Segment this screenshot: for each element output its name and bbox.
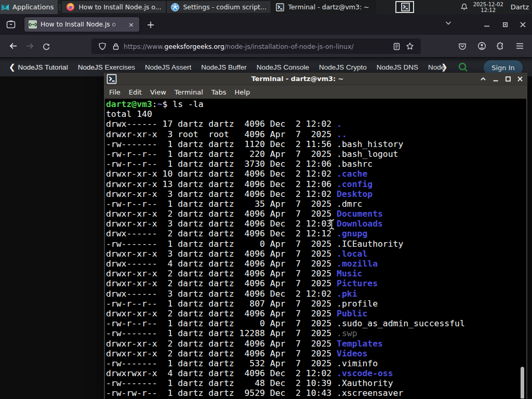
url-path: /node-js/installation-of-node-js-on-linu… [224, 43, 354, 50]
task-button-terminal[interactable]: Terminal - dartz@vm3: ~ [271, 1, 376, 14]
gfg-search-button[interactable] [458, 62, 469, 73]
tab-favicon-gfg [29, 20, 37, 29]
nav-scroll-right-chevron[interactable]: ❯ [441, 62, 448, 72]
url-bar[interactable]: https://www.geeksforgeeks.org/node-js/in… [91, 38, 421, 54]
app-menu-button[interactable] [511, 38, 528, 55]
nav-scroll-left-chevron[interactable]: ❮ [9, 62, 16, 72]
firefox-view-button[interactable] [3, 17, 19, 32]
back-icon [9, 42, 18, 50]
terminal-maximize-button[interactable] [502, 73, 514, 85]
task-button-label: Terminal - dartz@vm3: ~ [288, 3, 371, 11]
tracking-protection-button[interactable] [96, 39, 109, 53]
terminal-window: Terminal - dartz@vm3: ~ FileEditViewTerm… [104, 73, 527, 399]
window-maximize-button[interactable] [496, 14, 514, 35]
firefox-nav-bar: https://www.geeksforgeeks.org/node-js/in… [0, 35, 532, 58]
reader-mode-icon [393, 43, 401, 50]
pager-terminal-mini-icon [401, 3, 410, 11]
terminal-menu-file[interactable]: File [105, 88, 125, 96]
terminal-menu-help[interactable]: Help [231, 88, 255, 96]
tab-close-button[interactable]: × [127, 20, 135, 29]
gfg-nav-item[interactable]: NodeJS Buffer [201, 63, 247, 71]
user-menu[interactable]: Dartz [509, 3, 529, 11]
terminal-output: dartz@vm3:~$ ls -latotal 140drwx------ 1… [106, 99, 526, 398]
terminal-shade-button[interactable] [477, 73, 489, 85]
lock-icon [112, 43, 119, 50]
reload-button[interactable] [38, 38, 55, 55]
terminal-menu-bar: FileEditViewTerminalTabsHelp [105, 85, 526, 99]
panel-right: 2025-12-02 12:12 Dartz [460, 0, 532, 14]
search-icon [458, 62, 469, 73]
reader-mode-button[interactable] [390, 39, 403, 53]
url-text: https://www.geeksforgeeks.org/node-js/in… [124, 43, 390, 50]
close-icon [517, 76, 523, 82]
task-button-firefox[interactable]: How to Install Node.js o... [61, 1, 166, 14]
terminal-close-button[interactable] [514, 73, 526, 85]
window-close-button[interactable] [514, 14, 531, 35]
task-buttons: How to Install Node.js o...Settings - co… [61, 0, 376, 14]
window-minimize-button[interactable] [478, 14, 496, 35]
tasklist-handle[interactable] [58, 0, 61, 14]
terminal-minimize-button[interactable] [489, 73, 501, 85]
back-button[interactable] [5, 38, 21, 55]
gfg-nav-item[interactable]: NodeJS Crypto [319, 63, 367, 71]
account-button[interactable] [473, 38, 490, 55]
reload-icon [42, 42, 50, 50]
url-scheme: https://www. [124, 43, 164, 50]
list-all-tabs-button[interactable] [445, 19, 452, 26]
mouse-ibeam-cursor [328, 219, 335, 230]
task-button-codium[interactable]: Settings - codium script... [166, 1, 271, 14]
terminal-scrollbar-thumb[interactable] [521, 367, 524, 398]
account-icon [477, 42, 486, 50]
maximize-icon [502, 22, 508, 28]
pocket-icon [458, 42, 467, 50]
applications-menu-button[interactable]: Applications [0, 0, 58, 14]
firefox-tab-bar: How to Install Node.js o × + [0, 14, 532, 35]
terminal-icon [107, 74, 117, 84]
minimize-icon [484, 21, 490, 28]
distro-logo-icon [1, 3, 9, 11]
bookmark-star-button[interactable] [403, 39, 417, 53]
firefox-icon [66, 3, 75, 11]
gfg-nav-item[interactable]: NodeJS Tutorial [18, 63, 68, 71]
gfg-nav-item[interactable]: NodeJS Exercises [78, 63, 135, 71]
gfg-nav-links: NodeJS TutorialNodeJS ExercisesNodeJS As… [18, 63, 445, 71]
clock-date: 2025-12-02 [473, 2, 503, 7]
terminal-title-bar[interactable]: Terminal - dartz@vm3: ~ [105, 73, 526, 85]
task-button-label: Settings - codium script... [183, 3, 267, 11]
codium-icon [171, 3, 179, 11]
gfg-nav-item[interactable]: NodeJS Assert [145, 63, 191, 71]
applications-label: Applications [12, 3, 54, 11]
terminal-menu-tabs[interactable]: Tabs [207, 88, 231, 96]
terminal-icon [276, 3, 284, 11]
site-security-button[interactable] [109, 39, 123, 53]
terminal-window-title: Terminal - dartz@vm3: ~ [118, 75, 476, 83]
puzzle-piece-icon [496, 42, 504, 50]
terminal-menu-view[interactable]: View [146, 88, 170, 96]
chevron-down-icon [445, 19, 452, 26]
workspace-pager[interactable] [395, 1, 414, 13]
extensions-button[interactable] [492, 38, 509, 55]
shade-up-icon [480, 76, 486, 82]
terminal-content[interactable]: dartz@vm3:~$ ls -latotal 140drwx------ 1… [105, 99, 526, 398]
forward-icon [25, 42, 34, 50]
shield-icon [98, 42, 107, 50]
gfg-nav-item[interactable]: NodeJS DNS [377, 63, 418, 71]
hamburger-menu-icon [516, 43, 524, 49]
terminal-menu-terminal[interactable]: Terminal [170, 88, 207, 96]
forward-button[interactable] [21, 38, 38, 55]
gfg-nav-item[interactable]: NodeJS Console [257, 63, 309, 71]
tab-title: How to Install Node.js o [41, 21, 124, 28]
new-tab-button[interactable]: + [143, 17, 158, 32]
url-domain: geeksforgeeks.org [164, 43, 224, 50]
minimize-icon [493, 76, 499, 82]
panel-clock[interactable]: 2025-12-02 12:12 [473, 2, 503, 13]
notification-bell-icon[interactable] [460, 3, 468, 11]
pocket-button[interactable] [454, 38, 471, 55]
maximize-icon [505, 76, 511, 82]
firefox-view-icon [6, 20, 16, 29]
terminal-menu-edit[interactable]: Edit [125, 88, 146, 96]
star-icon [406, 42, 414, 50]
browser-tab[interactable]: How to Install Node.js o × [24, 17, 139, 32]
top-panel: Applications How to Install Node.js o...… [0, 0, 532, 14]
clock-time: 12:12 [473, 7, 503, 13]
